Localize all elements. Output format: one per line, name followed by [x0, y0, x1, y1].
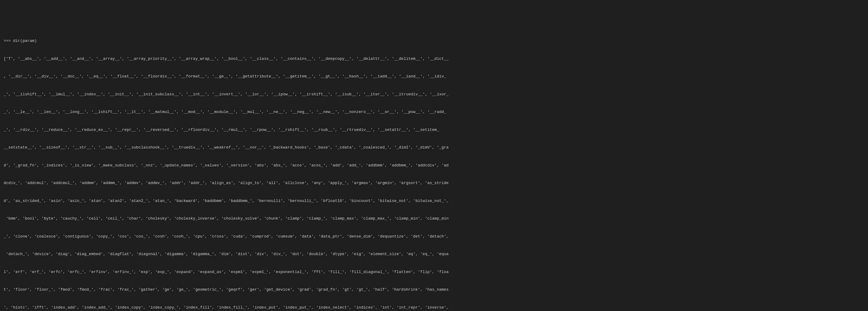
command-line: >>> dir(param) — [4, 38, 864, 44]
terminal-output: >>> dir(param) ['T', '__abs__', '__add__… — [4, 26, 864, 311]
output-line-10: 'bmm', 'bool', 'byte', 'cauchy_', 'ceil'… — [4, 216, 864, 222]
output-line-6: __setstate__', '__sizeof__', '__str__', … — [4, 145, 864, 151]
output-line-8: dcdiv_', 'addcmul', 'addcmul_', 'addmm',… — [4, 180, 864, 186]
output-line-7: d', '_grad_fn', '_indices', '_is_view', … — [4, 163, 864, 169]
output-line-5: _', '__rdiv__', '__reduce__', '__reduce_… — [4, 127, 864, 133]
output-line-15: ', 'histc', 'ifft', 'index_add', 'index_… — [4, 305, 864, 311]
output-line-13: l', 'erf', 'erf_', 'erfc', 'erfc_', 'erf… — [4, 269, 864, 275]
output-line-1: ['T', '__abs__', '__add__', '__and__', '… — [4, 56, 864, 62]
output-line-2: , '__dir__', '__div__', '__doc__', '__eq… — [4, 74, 864, 80]
output-line-11: _', 'clone', 'coalesce', 'contiguous', '… — [4, 233, 864, 239]
output-line-14: t', 'floor', 'floor_', 'fmod', 'fmod_', … — [4, 287, 864, 293]
output-line-3: _', '__ilshift__', '__imul__', '__index_… — [4, 91, 864, 97]
output-line-9: d', 'as_strided_', 'asin', 'asin_', 'ata… — [4, 198, 864, 204]
output-line-12: 'detach_', 'device', 'diag', 'diag_embed… — [4, 251, 864, 257]
output-line-4: _', '__le__', '__len__', '__long__', '__… — [4, 109, 864, 115]
